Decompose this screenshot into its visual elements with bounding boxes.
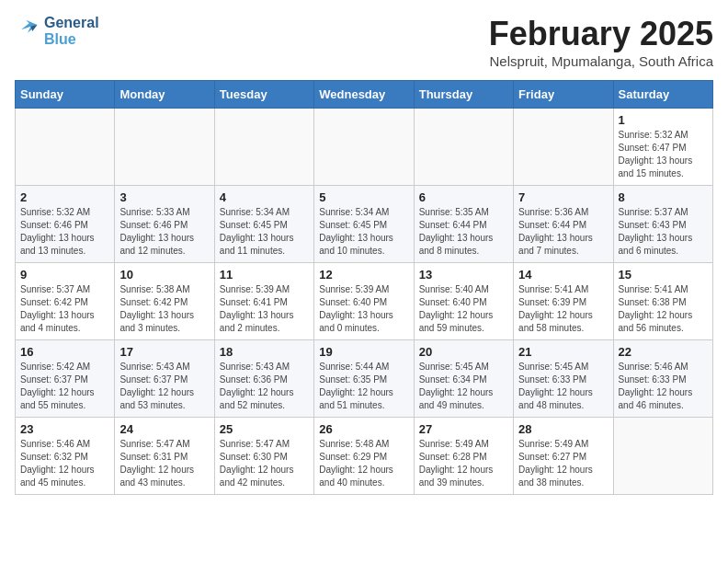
day-cell: 13Sunrise: 5:40 AM Sunset: 6:40 PM Dayli…	[414, 263, 513, 340]
day-number: 9	[20, 268, 109, 282]
day-number: 5	[319, 190, 408, 204]
page-header: General Blue February 2025 Nelspruit, Mp…	[15, 15, 713, 69]
weekday-header-saturday: Saturday	[613, 81, 712, 109]
day-info: Sunrise: 5:37 AM Sunset: 6:42 PM Dayligh…	[20, 283, 109, 335]
day-cell: 10Sunrise: 5:38 AM Sunset: 6:42 PM Dayli…	[115, 263, 214, 340]
day-cell: 3Sunrise: 5:33 AM Sunset: 6:46 PM Daylig…	[115, 186, 214, 263]
day-cell: 8Sunrise: 5:37 AM Sunset: 6:43 PM Daylig…	[613, 186, 712, 263]
day-number: 20	[419, 345, 508, 359]
day-info: Sunrise: 5:41 AM Sunset: 6:38 PM Dayligh…	[619, 283, 708, 335]
day-info: Sunrise: 5:45 AM Sunset: 6:33 PM Dayligh…	[518, 361, 608, 412]
day-cell	[115, 109, 214, 186]
day-number: 1	[619, 113, 708, 127]
day-info: Sunrise: 5:37 AM Sunset: 6:43 PM Dayligh…	[619, 206, 708, 258]
day-number: 28	[518, 422, 608, 436]
logo: General Blue	[15, 15, 99, 47]
day-number: 15	[619, 268, 708, 282]
day-cell	[514, 109, 613, 186]
day-info: Sunrise: 5:44 AM Sunset: 6:35 PM Dayligh…	[319, 361, 408, 412]
day-number: 22	[619, 345, 708, 359]
weekday-header-friday: Friday	[514, 81, 613, 109]
location-title: Nelspruit, Mpumalanga, South Africa	[489, 53, 713, 69]
day-number: 18	[220, 345, 309, 359]
day-number: 17	[119, 345, 209, 359]
day-info: Sunrise: 5:32 AM Sunset: 6:47 PM Dayligh…	[619, 129, 708, 180]
day-cell: 5Sunrise: 5:34 AM Sunset: 6:45 PM Daylig…	[314, 186, 414, 263]
day-number: 10	[119, 268, 209, 282]
day-info: Sunrise: 5:34 AM Sunset: 6:45 PM Dayligh…	[220, 206, 309, 258]
day-cell: 12Sunrise: 5:39 AM Sunset: 6:40 PM Dayli…	[314, 263, 414, 340]
day-number: 6	[419, 190, 508, 204]
title-section: February 2025 Nelspruit, Mpumalanga, Sou…	[489, 15, 713, 69]
day-cell: 6Sunrise: 5:35 AM Sunset: 6:44 PM Daylig…	[414, 186, 513, 263]
day-number: 7	[518, 190, 608, 204]
day-number: 14	[518, 268, 608, 282]
weekday-header-tuesday: Tuesday	[214, 81, 313, 109]
day-number: 25	[220, 422, 309, 436]
weekday-header-sunday: Sunday	[16, 81, 115, 109]
day-cell: 20Sunrise: 5:45 AM Sunset: 6:34 PM Dayli…	[414, 340, 513, 418]
weekday-header-thursday: Thursday	[414, 81, 513, 109]
day-number: 4	[220, 190, 309, 204]
day-info: Sunrise: 5:38 AM Sunset: 6:42 PM Dayligh…	[119, 283, 209, 335]
day-number: 19	[319, 345, 408, 359]
day-cell	[214, 109, 313, 186]
day-info: Sunrise: 5:35 AM Sunset: 6:44 PM Dayligh…	[419, 206, 508, 258]
day-info: Sunrise: 5:47 AM Sunset: 6:30 PM Dayligh…	[220, 438, 309, 489]
week-row-2: 2Sunrise: 5:32 AM Sunset: 6:46 PM Daylig…	[16, 186, 713, 263]
day-cell: 19Sunrise: 5:44 AM Sunset: 6:35 PM Dayli…	[314, 340, 414, 418]
week-row-4: 16Sunrise: 5:42 AM Sunset: 6:37 PM Dayli…	[16, 340, 713, 418]
day-number: 24	[119, 422, 209, 436]
day-cell: 28Sunrise: 5:49 AM Sunset: 6:27 PM Dayli…	[514, 418, 613, 495]
day-info: Sunrise: 5:36 AM Sunset: 6:44 PM Dayligh…	[518, 206, 608, 258]
day-number: 27	[419, 422, 508, 436]
day-cell: 15Sunrise: 5:41 AM Sunset: 6:38 PM Dayli…	[613, 263, 712, 340]
day-cell: 22Sunrise: 5:46 AM Sunset: 6:33 PM Dayli…	[613, 340, 712, 418]
day-info: Sunrise: 5:49 AM Sunset: 6:28 PM Dayligh…	[419, 438, 508, 489]
day-cell: 4Sunrise: 5:34 AM Sunset: 6:45 PM Daylig…	[214, 186, 313, 263]
day-number: 21	[518, 345, 608, 359]
day-info: Sunrise: 5:48 AM Sunset: 6:29 PM Dayligh…	[319, 438, 408, 489]
day-info: Sunrise: 5:34 AM Sunset: 6:45 PM Dayligh…	[319, 206, 408, 258]
weekday-header-row: SundayMondayTuesdayWednesdayThursdayFrid…	[16, 81, 713, 109]
day-cell: 2Sunrise: 5:32 AM Sunset: 6:46 PM Daylig…	[16, 186, 115, 263]
day-info: Sunrise: 5:39 AM Sunset: 6:40 PM Dayligh…	[319, 283, 408, 335]
day-number: 8	[619, 190, 708, 204]
logo-line1: General	[44, 15, 99, 31]
day-cell	[314, 109, 414, 186]
week-row-1: 1Sunrise: 5:32 AM Sunset: 6:47 PM Daylig…	[16, 109, 713, 186]
weekday-header-monday: Monday	[115, 81, 214, 109]
day-info: Sunrise: 5:39 AM Sunset: 6:41 PM Dayligh…	[220, 283, 309, 335]
day-info: Sunrise: 5:32 AM Sunset: 6:46 PM Dayligh…	[20, 206, 109, 258]
day-number: 2	[20, 190, 109, 204]
day-info: Sunrise: 5:45 AM Sunset: 6:34 PM Dayligh…	[419, 361, 508, 412]
day-info: Sunrise: 5:43 AM Sunset: 6:36 PM Dayligh…	[220, 361, 309, 412]
day-number: 13	[419, 268, 508, 282]
day-cell: 17Sunrise: 5:43 AM Sunset: 6:37 PM Dayli…	[115, 340, 214, 418]
day-number: 11	[220, 268, 309, 282]
day-cell: 11Sunrise: 5:39 AM Sunset: 6:41 PM Dayli…	[214, 263, 313, 340]
logo-icon	[15, 18, 40, 44]
weekday-header-wednesday: Wednesday	[314, 81, 414, 109]
day-cell: 21Sunrise: 5:45 AM Sunset: 6:33 PM Dayli…	[514, 340, 613, 418]
day-cell: 9Sunrise: 5:37 AM Sunset: 6:42 PM Daylig…	[16, 263, 115, 340]
calendar-table: SundayMondayTuesdayWednesdayThursdayFrid…	[15, 80, 713, 495]
day-cell: 7Sunrise: 5:36 AM Sunset: 6:44 PM Daylig…	[514, 186, 613, 263]
day-number: 16	[20, 345, 109, 359]
day-number: 3	[119, 190, 209, 204]
day-info: Sunrise: 5:42 AM Sunset: 6:37 PM Dayligh…	[20, 361, 109, 412]
day-cell: 18Sunrise: 5:43 AM Sunset: 6:36 PM Dayli…	[214, 340, 313, 418]
day-cell	[414, 109, 513, 186]
day-info: Sunrise: 5:41 AM Sunset: 6:39 PM Dayligh…	[518, 283, 608, 335]
week-row-3: 9Sunrise: 5:37 AM Sunset: 6:42 PM Daylig…	[16, 263, 713, 340]
day-cell: 25Sunrise: 5:47 AM Sunset: 6:30 PM Dayli…	[214, 418, 313, 495]
day-cell	[16, 109, 115, 186]
day-cell: 27Sunrise: 5:49 AM Sunset: 6:28 PM Dayli…	[414, 418, 513, 495]
day-cell: 24Sunrise: 5:47 AM Sunset: 6:31 PM Dayli…	[115, 418, 214, 495]
day-info: Sunrise: 5:40 AM Sunset: 6:40 PM Dayligh…	[419, 283, 508, 335]
day-info: Sunrise: 5:43 AM Sunset: 6:37 PM Dayligh…	[119, 361, 209, 412]
day-info: Sunrise: 5:33 AM Sunset: 6:46 PM Dayligh…	[119, 206, 209, 258]
month-title: February 2025	[489, 15, 713, 53]
week-row-5: 23Sunrise: 5:46 AM Sunset: 6:32 PM Dayli…	[16, 418, 713, 495]
day-info: Sunrise: 5:46 AM Sunset: 6:33 PM Dayligh…	[619, 361, 708, 412]
